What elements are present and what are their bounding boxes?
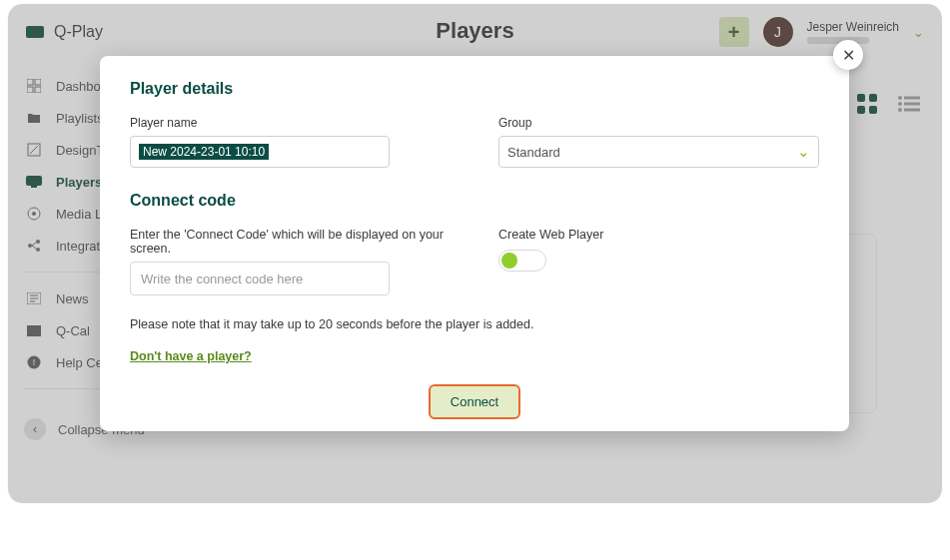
web-player-toggle[interactable] (498, 250, 546, 272)
modal-heading-connect: Connect code (130, 192, 819, 210)
group-select[interactable]: Standard ⌄ (498, 136, 819, 168)
connect-code-input[interactable] (130, 262, 390, 295)
group-selected-value: Standard (507, 145, 560, 160)
connect-button[interactable]: Connect (429, 384, 520, 419)
player-modal: ✕ Player details Player name New 2024-23… (100, 56, 849, 431)
web-player-label: Create Web Player (498, 228, 819, 242)
no-player-link[interactable]: Don't have a player? (130, 349, 252, 363)
close-icon: ✕ (842, 46, 855, 65)
player-name-label: Player name (130, 116, 451, 130)
player-name-field[interactable]: New 2024-23-01 10:10 (130, 136, 390, 168)
player-name-value: New 2024-23-01 10:10 (139, 144, 269, 160)
chevron-down-icon: ⌄ (797, 143, 810, 161)
connect-code-hint: Enter the 'Connect Code' which will be d… (130, 228, 451, 256)
toggle-knob (501, 253, 517, 269)
modal-heading-details: Player details (130, 80, 819, 98)
close-button[interactable]: ✕ (833, 40, 863, 70)
connect-note: Please note that it may take up to 20 se… (130, 317, 819, 331)
group-label: Group (498, 116, 819, 130)
